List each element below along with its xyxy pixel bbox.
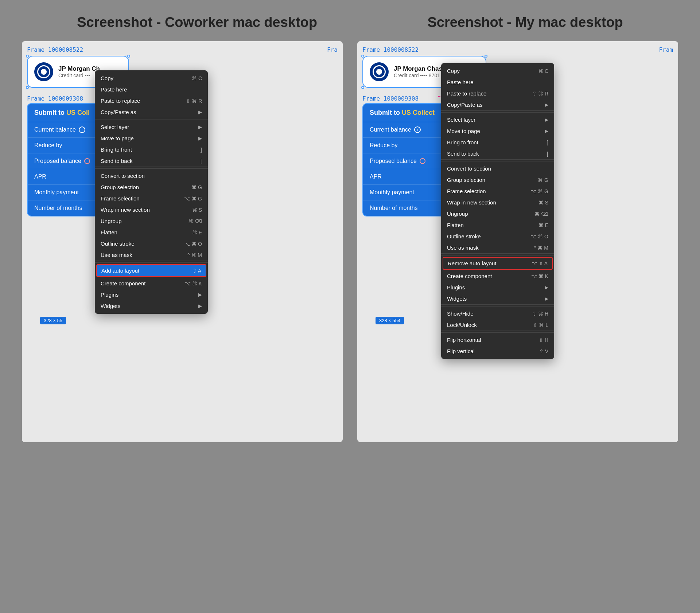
left-menu-add-auto-layout[interactable]: Add auto layout ⇧ A <box>96 264 206 277</box>
right-menu-move-page-arrow: ▶ <box>545 128 548 134</box>
left-menu-ungroup[interactable]: Ungroup ⌘ ⌫ <box>95 215 208 227</box>
left-menu-copy[interactable]: Copy ⌘ C <box>95 73 208 84</box>
left-menu-bring-front[interactable]: Bring to front ] <box>95 144 208 155</box>
right-menu-widgets[interactable]: Widgets ▶ <box>441 293 554 305</box>
right-frame-label-2: Frame 1000009308 <box>362 95 419 102</box>
right-menu-flip-vertical-shortcut: ⇧ V <box>539 348 548 354</box>
right-menu-flip-vertical[interactable]: Flip vertical ⇧ V <box>441 345 554 357</box>
right-menu-paste-replace-label: Paste to replace <box>447 90 486 97</box>
left-submit-text: Submit to US Coll <box>34 109 90 116</box>
left-menu-ungroup-label: Ungroup <box>101 218 122 224</box>
left-menu-flatten-label: Flatten <box>101 229 117 235</box>
right-menu-remove-auto-layout[interactable]: Remove auto layout ⌥ ⇧ A <box>443 257 553 270</box>
right-menu-frame-selection[interactable]: Frame selection ⌥ ⌘ G <box>441 186 554 197</box>
right-menu-send-back[interactable]: Send to back [ <box>441 148 554 160</box>
left-card-info: JP Morgan Ch Credit card ••• <box>58 65 100 78</box>
left-menu-frame-selection[interactable]: Frame selection ⌥ ⌘ G <box>95 193 208 204</box>
right-sel-dot-tl <box>361 55 364 58</box>
left-menu-group-selection[interactable]: Group selection ⌘ G <box>95 181 208 193</box>
right-monthly-payment-label: Monthly payment <box>370 189 414 195</box>
left-menu-flatten[interactable]: Flatten ⌘ E <box>95 227 208 238</box>
left-menu-paste-here[interactable]: Paste here <box>95 84 208 95</box>
right-menu-wrap-section-label: Wrap in new section <box>447 199 496 206</box>
right-menu-use-mask[interactable]: Use as mask ^ ⌘ M <box>441 242 554 254</box>
left-menu-create-component-shortcut: ⌥ ⌘ K <box>185 281 202 286</box>
left-menu-select-layer[interactable]: Select layer ▶ <box>95 121 208 133</box>
left-menu-convert-section-label: Convert to section <box>101 173 145 179</box>
left-menu-wrap-shortcut: ⌘ S <box>192 207 202 213</box>
right-menu-plugins[interactable]: Plugins ▶ <box>441 282 554 293</box>
right-menu-ungroup[interactable]: Ungroup ⌘ ⌫ <box>441 208 554 219</box>
left-menu-outline-shortcut: ⌥ ⌘ O <box>184 241 202 247</box>
right-menu-create-component[interactable]: Create component ⌥ ⌘ K <box>441 270 554 282</box>
right-divider-2 <box>441 161 554 161</box>
right-menu-flip-horizontal[interactable]: Flip horizontal ⇧ H <box>441 334 554 345</box>
right-menu-outline-stroke[interactable]: Outline stroke ⌥ ⌘ O <box>441 231 554 242</box>
left-menu-move-page-label: Move to page <box>101 135 134 141</box>
left-current-balance-label: Current balance <box>34 126 76 133</box>
left-info-icon: i <box>79 126 85 133</box>
right-menu-copy-paste-as[interactable]: Copy/Paste as ▶ <box>441 99 554 111</box>
right-menu-lock-unlock-label: Lock/Unlock <box>447 322 477 328</box>
left-title: Screenshot - Coworker mac desktop <box>77 15 317 30</box>
left-menu-paste-replace[interactable]: Paste to replace ⇧ ⌘ R <box>95 95 208 106</box>
right-menu-lock-unlock-shortcut: ⇧ ⌘ L <box>533 322 548 328</box>
right-pink-marker <box>438 96 440 97</box>
right-menu-paste-replace[interactable]: Paste to replace ⇧ ⌘ R <box>441 88 554 99</box>
right-screenshot: Frame 1000008522 Fram JP Morgan Chase Sa… <box>357 41 678 442</box>
left-context-menu[interactable]: Copy ⌘ C Paste here Paste to replace ⇧ ⌘… <box>95 70 208 314</box>
left-menu-outline-stroke[interactable]: Outline stroke ⌥ ⌘ O <box>95 238 208 249</box>
right-menu-outline-shortcut: ⌥ ⌘ O <box>530 234 548 239</box>
right-canvas: Frame 1000008522 Fram JP Morgan Chase Sa… <box>357 41 678 442</box>
right-jp-logo <box>370 62 389 81</box>
left-menu-send-back[interactable]: Send to back [ <box>95 155 208 167</box>
right-current-balance-label: Current balance <box>370 126 411 133</box>
right-menu-copy[interactable]: Copy ⌘ C <box>441 65 554 77</box>
right-menu-ungroup-label: Ungroup <box>447 211 468 217</box>
right-menu-frame-shortcut: ⌥ ⌘ G <box>530 188 548 194</box>
left-menu-create-component[interactable]: Create component ⌥ ⌘ K <box>95 278 208 289</box>
right-menu-group-selection[interactable]: Group selection ⌘ G <box>441 174 554 186</box>
left-divider-1 <box>95 120 208 120</box>
left-menu-move-page[interactable]: Move to page ▶ <box>95 133 208 144</box>
right-menu-select-layer-label: Select layer <box>447 117 475 123</box>
right-proposed-balance-label: Proposed balance <box>370 158 417 164</box>
left-menu-widgets[interactable]: Widgets ▶ <box>95 300 208 312</box>
right-number-months-label: Number of months <box>370 205 418 211</box>
right-menu-move-page[interactable]: Move to page ▶ <box>441 125 554 137</box>
left-menu-copy-paste-as[interactable]: Copy/Paste as ▶ <box>95 106 208 118</box>
screenshots-row: Frame 1000008522 Fra JP Morgan Ch Credit… <box>22 41 678 442</box>
left-divider-2 <box>95 168 208 169</box>
left-menu-select-layer-arrow: ▶ <box>198 124 202 130</box>
right-menu-flatten[interactable]: Flatten ⌘ E <box>441 219 554 231</box>
right-menu-plugins-label: Plugins <box>447 284 465 290</box>
right-menu-copy-shortcut: ⌘ C <box>538 68 548 74</box>
right-divider-4 <box>441 306 554 306</box>
right-menu-bring-front-shortcut: ] <box>547 140 548 145</box>
left-menu-convert-section[interactable]: Convert to section <box>95 170 208 181</box>
right-menu-group-shortcut: ⌘ G <box>538 177 548 183</box>
left-menu-use-mask[interactable]: Use as mask ^ ⌘ M <box>95 249 208 261</box>
right-menu-paste-here-label: Paste here <box>447 79 474 85</box>
right-menu-lock-unlock[interactable]: Lock/Unlock ⇧ ⌘ L <box>441 319 554 331</box>
left-monthly-payment-label: Monthly payment <box>34 189 79 195</box>
left-canvas: Frame 1000008522 Fra JP Morgan Ch Credit… <box>22 41 343 442</box>
right-menu-select-layer[interactable]: Select layer ▶ <box>441 114 554 125</box>
right-menu-wrap-section[interactable]: Wrap in new section ⌘ S <box>441 197 554 208</box>
left-menu-paste-replace-label: Paste to replace <box>101 98 140 104</box>
right-menu-paste-here[interactable]: Paste here <box>441 77 554 88</box>
left-menu-paste-replace-shortcut: ⇧ ⌘ R <box>186 98 202 104</box>
left-menu-plugins[interactable]: Plugins ▶ <box>95 289 208 300</box>
right-menu-bring-front[interactable]: Bring to front ] <box>441 137 554 148</box>
right-menu-convert-section[interactable]: Convert to section <box>441 163 554 174</box>
left-menu-bring-front-shortcut: ] <box>201 147 202 153</box>
right-context-menu[interactable]: Copy ⌘ C Paste here Paste to replace ⇧ ⌘… <box>441 63 554 359</box>
left-card-type: Credit card ••• <box>58 73 100 78</box>
right-menu-widgets-arrow: ▶ <box>545 296 548 301</box>
left-menu-wrap-section[interactable]: Wrap in new section ⌘ S <box>95 204 208 215</box>
right-menu-use-mask-label: Use as mask <box>447 245 479 251</box>
left-menu-outline-stroke-label: Outline stroke <box>101 241 135 247</box>
left-menu-paste-here-label: Paste here <box>101 86 127 93</box>
right-menu-show-hide[interactable]: Show/Hide ⇧ ⌘ H <box>441 308 554 319</box>
right-size-badge: 328 × 554 <box>376 317 404 324</box>
